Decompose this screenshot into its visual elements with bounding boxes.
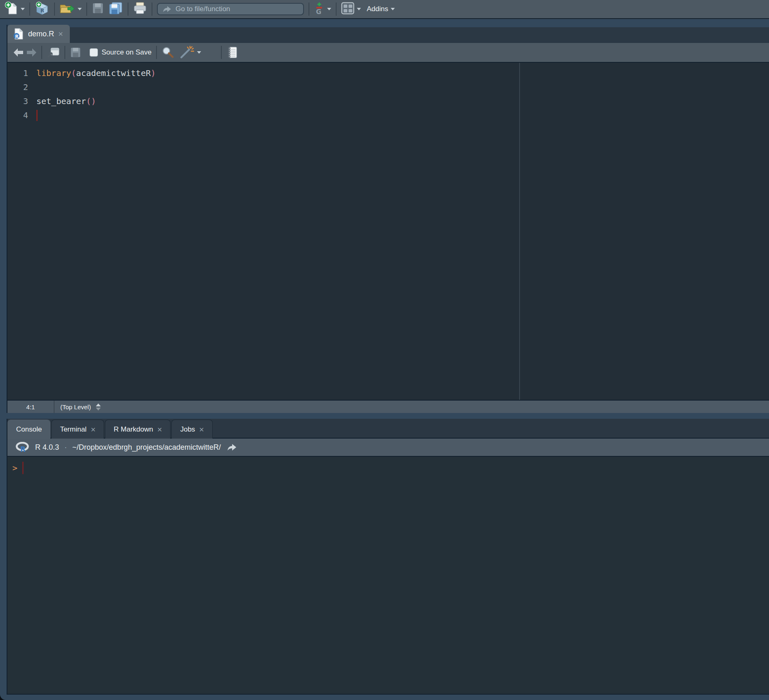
console-output-area[interactable]: > bbox=[7, 457, 769, 695]
editor-tabbar: R demo.R × bbox=[7, 25, 769, 43]
open-working-directory-icon[interactable] bbox=[226, 443, 237, 452]
open-file-button[interactable] bbox=[59, 2, 82, 16]
addins-menu[interactable]: Addins bbox=[361, 5, 395, 13]
tab-console[interactable]: Console bbox=[7, 420, 50, 439]
line-number: 1 bbox=[7, 68, 36, 78]
save-button[interactable] bbox=[92, 2, 104, 16]
code-line-1[interactable]: 1 library(academictwitteR) bbox=[7, 66, 769, 80]
tab-r-markdown[interactable]: R Markdown × bbox=[105, 420, 171, 439]
goto-file-function-box[interactable] bbox=[157, 3, 304, 15]
editor-statusbar: 4:1 (Top Level) bbox=[7, 400, 769, 413]
code-line-2[interactable]: 2 bbox=[7, 80, 769, 94]
print-button[interactable] bbox=[133, 2, 147, 17]
scope-selector[interactable]: (Top Level) bbox=[55, 403, 101, 411]
terminal-tab-close-icon[interactable]: × bbox=[91, 425, 96, 434]
r-logo-icon: R bbox=[16, 442, 30, 453]
code-editor-surface[interactable]: 1 library(academictwitteR) 2 3 set_beare… bbox=[7, 63, 769, 400]
source-on-save-checkbox[interactable] bbox=[90, 48, 98, 57]
r-markdown-tab-label: R Markdown bbox=[114, 425, 153, 434]
toolbar-divider bbox=[221, 46, 222, 59]
open-file-dropdown-caret[interactable] bbox=[78, 8, 82, 10]
editor-tab-demo[interactable]: R demo.R × bbox=[7, 25, 70, 43]
toolbar-divider bbox=[309, 2, 309, 16]
editor-tab-title: demo.R bbox=[28, 30, 54, 38]
code-token-paren: () bbox=[86, 96, 96, 106]
toolbar-divider bbox=[54, 2, 55, 16]
new-project-icon: R bbox=[35, 1, 50, 17]
goto-file-function-input[interactable] bbox=[176, 5, 299, 13]
editor-tabstrip bbox=[7, 27, 769, 43]
new-file-button[interactable] bbox=[5, 1, 25, 17]
save-all-icon bbox=[108, 2, 123, 17]
toolbar-divider bbox=[156, 46, 157, 59]
code-tools-wand-icon[interactable] bbox=[180, 46, 195, 59]
jobs-tab-label: Jobs bbox=[180, 425, 195, 434]
version-control-dropdown-caret[interactable] bbox=[327, 8, 331, 10]
back-icon[interactable] bbox=[13, 48, 24, 57]
git-letter: G bbox=[316, 8, 321, 15]
source-on-save-label: Source on Save bbox=[102, 48, 152, 57]
editor-save-icon[interactable] bbox=[70, 47, 81, 58]
print-icon bbox=[133, 2, 147, 17]
addins-label: Addins bbox=[367, 5, 388, 13]
main-toolbar: R bbox=[0, 0, 769, 19]
r-logo-letter: R bbox=[20, 445, 26, 453]
goto-arrow-icon bbox=[162, 5, 172, 13]
r-markdown-tab-close-icon[interactable]: × bbox=[157, 425, 162, 434]
header-separator-dot: · bbox=[64, 443, 67, 452]
save-icon bbox=[92, 2, 104, 16]
console-text-cursor bbox=[22, 462, 24, 474]
editor-toolbar: Source on Save bbox=[7, 43, 769, 63]
scope-selector-arrows-icon bbox=[96, 403, 101, 411]
editor-tab-close-icon[interactable]: × bbox=[58, 30, 63, 38]
tab-jobs[interactable]: Jobs × bbox=[171, 420, 213, 439]
addins-dropdown-caret bbox=[391, 8, 395, 10]
line-number: 2 bbox=[7, 82, 36, 92]
console-prompt: > bbox=[12, 463, 17, 473]
source-editor-pane: R demo.R × bbox=[7, 25, 769, 413]
toolbar-divider bbox=[152, 2, 152, 16]
new-file-dropdown-caret[interactable] bbox=[21, 8, 25, 10]
print-margin-guide bbox=[519, 63, 520, 400]
toolbar-divider bbox=[336, 2, 337, 16]
r-version-label: R 4.0.3 bbox=[35, 443, 59, 452]
new-project-button[interactable]: R bbox=[35, 1, 50, 17]
scope-label: (Top Level) bbox=[60, 403, 91, 411]
toolbar-divider bbox=[64, 46, 65, 59]
code-tools-dropdown-caret[interactable] bbox=[197, 51, 201, 54]
save-all-button[interactable] bbox=[108, 2, 123, 17]
forward-icon[interactable] bbox=[26, 48, 37, 57]
code-line-4[interactable]: 4 bbox=[7, 108, 769, 122]
code-token-arg: academictwitteR bbox=[76, 68, 151, 78]
working-directory-path: ~/Dropbox/edbrgh_projects/academictwitte… bbox=[72, 443, 221, 452]
tab-terminal[interactable]: Terminal × bbox=[51, 420, 104, 439]
console-tab-label: Console bbox=[16, 425, 42, 434]
toolbar-divider bbox=[86, 2, 87, 16]
terminal-tab-label: Terminal bbox=[60, 425, 86, 434]
show-in-new-window-icon[interactable] bbox=[47, 47, 60, 58]
console-prompt-line[interactable]: > bbox=[12, 462, 769, 474]
compile-report-icon[interactable] bbox=[226, 46, 238, 59]
panes-dropdown-caret[interactable] bbox=[357, 8, 361, 10]
editor-text-cursor bbox=[36, 110, 38, 121]
jobs-tab-close-icon[interactable]: × bbox=[199, 425, 204, 434]
new-file-icon bbox=[5, 1, 18, 17]
workspace-panes-button[interactable] bbox=[341, 2, 361, 16]
svg-text:R: R bbox=[40, 8, 44, 14]
rstudio-window: R bbox=[0, 0, 769, 700]
console-header: R R 4.0.3 · ~/Dropbox/edbrgh_projects/ac… bbox=[7, 439, 769, 457]
toolbar-divider bbox=[128, 2, 128, 16]
code-token-keyword: library bbox=[36, 68, 71, 78]
line-number: 4 bbox=[7, 110, 36, 120]
toolbar-divider bbox=[41, 46, 42, 59]
code-token-function: set_bearer bbox=[36, 96, 86, 106]
r-file-icon: R bbox=[13, 28, 24, 40]
console-pane: Console Terminal × R Markdown × Jobs × R bbox=[7, 419, 769, 695]
code-line-3[interactable]: 3 set_bearer() bbox=[7, 94, 769, 108]
version-control-button[interactable]: G bbox=[314, 2, 331, 17]
console-tabbar: Console Terminal × R Markdown × Jobs × bbox=[7, 419, 769, 439]
toolbar-divider bbox=[29, 2, 30, 16]
code-token-paren: ) bbox=[151, 68, 156, 78]
open-folder-icon bbox=[59, 2, 75, 16]
find-replace-icon[interactable] bbox=[161, 46, 174, 59]
